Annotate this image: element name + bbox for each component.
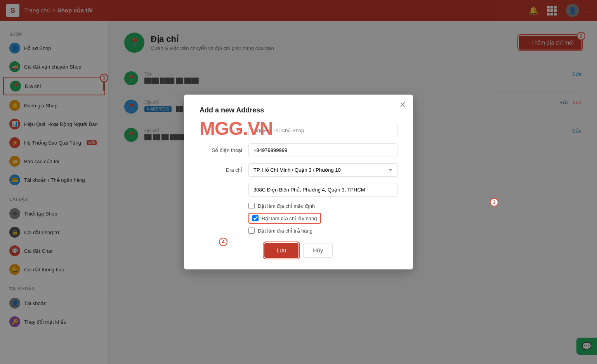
pickup-address-label[interactable]: Đặt làm địa chỉ lấy hàng <box>262 216 317 221</box>
modal-actions: 4 Lưu Hủy <box>200 243 397 258</box>
address-label: Địa chỉ <box>200 167 242 173</box>
address2-field-row <box>200 183 397 197</box>
step-number-4: 4 <box>219 238 227 246</box>
phone-field-row: Số điện thoại <box>200 143 397 157</box>
save-button[interactable]: Lưu <box>264 243 299 258</box>
modal-close-button[interactable]: ✕ <box>399 100 406 109</box>
default-address-label[interactable]: Đặt làm địa chỉ mặc định <box>258 203 315 209</box>
add-address-modal: ✕ Add a new Address MGG.VN Tên Số điện t… <box>184 95 413 269</box>
step-number-3: 3 <box>490 198 498 207</box>
pickup-checkbox-highlight: Đặt làm địa chỉ lấy hàng <box>248 213 321 224</box>
return-address-checkbox[interactable] <box>248 228 255 234</box>
address-select[interactable]: TP. Hồ Chí Minh / Quận 3 / Phường 10 <box>248 163 397 177</box>
phone-input[interactable] <box>248 143 397 157</box>
pickup-address-checkbox[interactable] <box>252 215 259 221</box>
return-address-label[interactable]: Đặt làm địa chỉ trả hàng <box>258 228 312 234</box>
name-field-row: Tên <box>200 124 397 137</box>
default-address-checkbox[interactable] <box>248 203 255 209</box>
cancel-button[interactable]: Hủy <box>303 243 333 258</box>
modal-title: Add a new Address <box>200 106 397 114</box>
modal-overlay[interactable]: ✕ Add a new Address MGG.VN Tên Số điện t… <box>0 0 597 364</box>
return-checkbox-row: Đặt làm địa chỉ trả hàng <box>248 228 397 234</box>
phone-label: Số điện thoại <box>200 147 242 153</box>
address-field-row: Địa chỉ TP. Hồ Chí Minh / Quận 3 / Phườn… <box>200 163 397 177</box>
name-input[interactable] <box>248 124 397 137</box>
name-label: Tên <box>200 128 242 133</box>
default-checkbox-row: 3 Đặt làm địa chỉ mặc định <box>248 203 397 209</box>
pickup-checkbox-row: Đặt làm địa chỉ lấy hàng <box>248 213 397 224</box>
address2-input[interactable] <box>248 183 397 197</box>
